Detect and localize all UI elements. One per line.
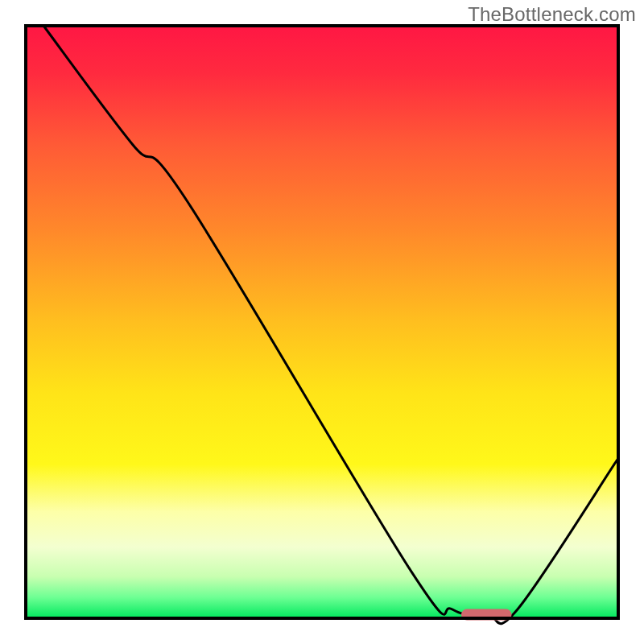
chart-container: TheBottleneck.com [0,0,644,644]
watermark-text: TheBottleneck.com [468,3,636,26]
chart-background [26,26,618,618]
bottleneck-chart [0,0,644,644]
